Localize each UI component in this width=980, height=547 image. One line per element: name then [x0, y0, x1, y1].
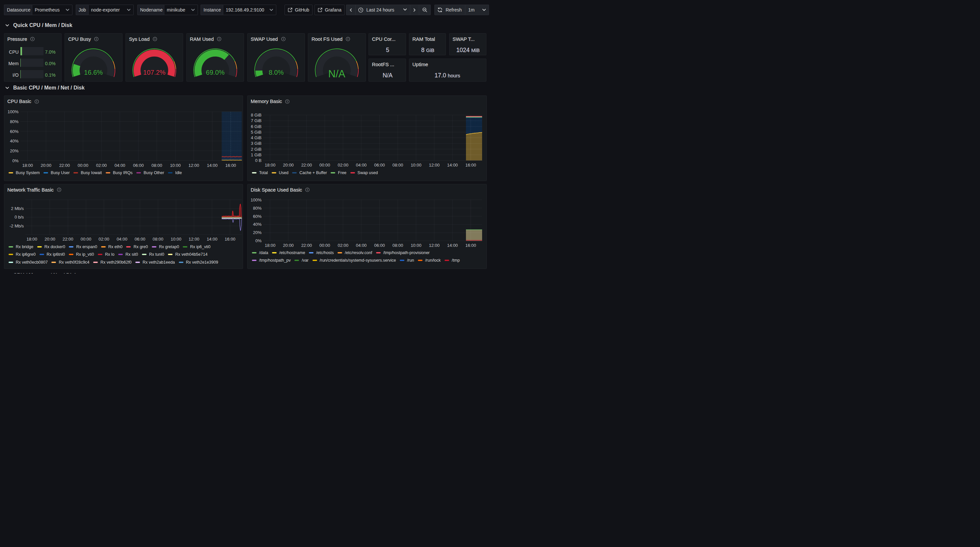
svg-text:40%: 40%: [253, 222, 261, 227]
svg-text:16.6%: 16.6%: [84, 69, 103, 76]
svg-text:04:00: 04:00: [356, 163, 367, 168]
svg-text:60%: 60%: [10, 129, 18, 134]
svg-text:69.0%: 69.0%: [206, 69, 224, 76]
svg-text:12:00: 12:00: [429, 163, 440, 168]
svg-text:08:00: 08:00: [392, 163, 403, 168]
svg-text:107.2%: 107.2%: [143, 69, 165, 76]
svg-text:06:00: 06:00: [374, 163, 385, 168]
svg-text:20:00: 20:00: [283, 163, 294, 168]
svg-text:18:00: 18:00: [26, 237, 37, 242]
svg-text:10:00: 10:00: [170, 237, 181, 242]
svg-text:80%: 80%: [10, 119, 18, 124]
svg-text:08:00: 08:00: [392, 243, 403, 248]
svg-text:18:00: 18:00: [265, 163, 275, 168]
svg-text:1 GiB: 1 GiB: [251, 152, 261, 157]
svg-text:16:00: 16:00: [465, 163, 476, 168]
svg-text:6 GiB: 6 GiB: [251, 124, 261, 129]
svg-text:10:00: 10:00: [410, 243, 422, 248]
svg-text:04:00: 04:00: [114, 163, 125, 168]
svg-text:06:00: 06:00: [374, 243, 385, 248]
svg-text:02:00: 02:00: [337, 243, 348, 248]
svg-text:22:00: 22:00: [62, 237, 73, 242]
svg-text:06:00: 06:00: [134, 237, 145, 242]
svg-text:40%: 40%: [10, 139, 18, 143]
svg-text:12:00: 12:00: [429, 243, 440, 248]
svg-text:00:00: 00:00: [77, 163, 88, 168]
svg-text:06:00: 06:00: [133, 163, 144, 168]
svg-text:4 GiB: 4 GiB: [251, 135, 261, 140]
svg-text:14:00: 14:00: [207, 237, 217, 242]
svg-text:00:00: 00:00: [320, 163, 330, 168]
svg-text:02:00: 02:00: [337, 163, 348, 168]
svg-text:7 GiB: 7 GiB: [251, 118, 261, 123]
svg-text:00:00: 00:00: [80, 237, 91, 242]
svg-text:8 GiB: 8 GiB: [251, 113, 261, 117]
svg-text:20:00: 20:00: [45, 237, 55, 242]
svg-text:20%: 20%: [10, 148, 18, 153]
svg-text:8.0%: 8.0%: [269, 69, 284, 76]
svg-text:18:00: 18:00: [265, 243, 275, 248]
svg-text:100%: 100%: [251, 197, 262, 202]
svg-text:10:00: 10:00: [410, 163, 422, 168]
svg-text:0%: 0%: [255, 238, 261, 243]
svg-text:18:00: 18:00: [22, 163, 33, 168]
svg-text:0%: 0%: [12, 158, 18, 163]
svg-text:08:00: 08:00: [153, 237, 163, 242]
svg-text:0 b/s: 0 b/s: [14, 215, 24, 220]
svg-text:80%: 80%: [253, 205, 261, 210]
svg-text:2 Mb/s: 2 Mb/s: [11, 206, 24, 211]
svg-text:22:00: 22:00: [59, 163, 70, 168]
svg-text:60%: 60%: [253, 214, 261, 219]
svg-text:12:00: 12:00: [188, 237, 199, 242]
svg-text:04:00: 04:00: [356, 243, 367, 248]
svg-text:3 GiB: 3 GiB: [251, 141, 261, 146]
svg-text:100%: 100%: [8, 109, 19, 114]
svg-text:14:00: 14:00: [447, 243, 458, 248]
svg-text:-2 Mb/s: -2 Mb/s: [10, 223, 24, 228]
svg-text:N/A: N/A: [328, 68, 345, 79]
svg-text:20:00: 20:00: [40, 163, 51, 168]
svg-text:10:00: 10:00: [170, 163, 181, 168]
svg-text:20%: 20%: [253, 230, 261, 235]
svg-text:16:00: 16:00: [224, 237, 235, 242]
svg-text:16:00: 16:00: [465, 243, 476, 248]
svg-text:14:00: 14:00: [447, 163, 458, 168]
svg-text:22:00: 22:00: [301, 243, 312, 248]
svg-text:0 B: 0 B: [255, 158, 261, 163]
svg-text:16:00: 16:00: [225, 163, 236, 168]
svg-text:20:00: 20:00: [283, 243, 294, 248]
svg-text:14:00: 14:00: [207, 163, 218, 168]
svg-text:12:00: 12:00: [188, 163, 199, 168]
svg-text:5 GiB: 5 GiB: [251, 130, 261, 135]
svg-text:2 GiB: 2 GiB: [251, 147, 261, 152]
svg-text:00:00: 00:00: [320, 243, 330, 248]
svg-text:22:00: 22:00: [301, 163, 312, 168]
svg-text:02:00: 02:00: [99, 237, 109, 242]
svg-text:02:00: 02:00: [96, 163, 107, 168]
svg-text:08:00: 08:00: [151, 163, 162, 168]
svg-text:04:00: 04:00: [116, 237, 127, 242]
